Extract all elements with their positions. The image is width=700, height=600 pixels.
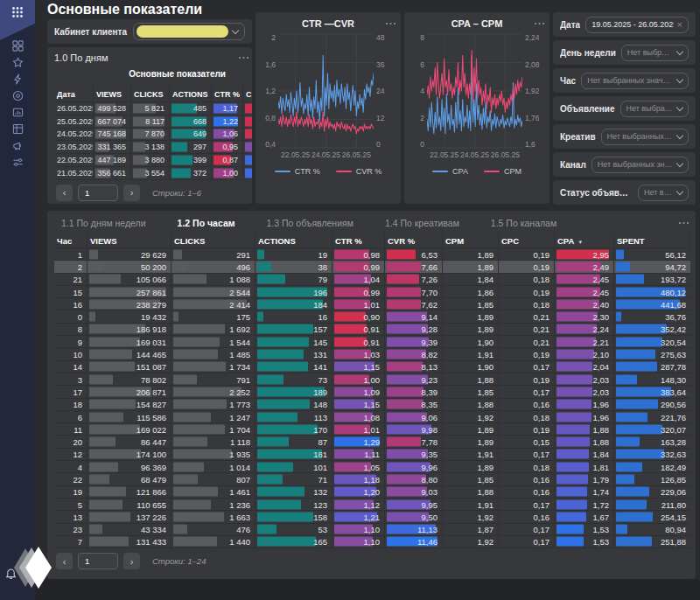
value-bar	[556, 487, 587, 497]
table-row[interactable]: 496 3691 0141011,059,961,890,181,81182,4…	[54, 461, 690, 473]
tab-1.5[interactable]: 1.5 По каналам	[491, 218, 556, 228]
table-row[interactable]: 2086 4471 118871,297,781,890,151,88163,2…	[54, 436, 690, 448]
cell-value: 2	[78, 262, 82, 271]
tab-1.3[interactable]: 1.3 По объявлениям	[267, 218, 354, 228]
column-header[interactable]: VIEWS	[94, 81, 131, 101]
column-header-views[interactable]: VIEWS	[88, 234, 172, 248]
table-row[interactable]: 8186 9181 6921570,919,281,890,212,24352,…	[54, 324, 690, 336]
column-header[interactable]: ACTIONS	[170, 81, 212, 101]
table-row[interactable]: 21.05.2025356 6613 5543721,00	[54, 167, 248, 180]
client-select-control[interactable]	[133, 23, 245, 40]
table-row[interactable]: 26.05.2025499 5285 8214851,17	[54, 102, 248, 115]
more-menu-icon[interactable]	[675, 219, 689, 227]
column-header-час[interactable]: Час	[54, 234, 88, 248]
legend-item[interactable]: CPM	[484, 167, 522, 176]
table-cell: 6,53	[385, 248, 443, 260]
table-row[interactable]: 18154 8271 7731481,158,351,880,161,96290…	[54, 399, 690, 411]
filter-control[interactable]: Нет выбранных значений	[581, 73, 689, 89]
table-cell: 4	[54, 461, 88, 472]
table-row[interactable]: 7131 4331 4401651,1011,461,920,171,53251…	[54, 536, 690, 548]
tab-1.2[interactable]: 1.2 По часам	[178, 218, 235, 228]
table-row[interactable]: 2268 479807711,188,801,850,161,79126,85	[54, 473, 690, 485]
prev-page-button[interactable]: ‹	[56, 185, 73, 201]
filter-control[interactable]: Нет выбранных значений	[620, 101, 690, 117]
table-cell: 12	[54, 449, 88, 460]
sidebar-chart-flag-icon[interactable]	[12, 107, 24, 118]
table-row[interactable]: 11169 0221 7041701,019,981,890,191,88320…	[54, 423, 690, 436]
table-row[interactable]: 16238 2792 4141841,017,621,850,182,40441…	[54, 298, 690, 310]
table-row[interactable]: 2343 334476531,1011,131,870,171,5380,94	[54, 524, 690, 536]
sidebar-flash-icon[interactable]	[12, 73, 24, 85]
column-header-cpm[interactable]: CPM	[443, 234, 499, 248]
column-header[interactable]: Дата	[54, 81, 94, 101]
column-header-actions[interactable]: ACTIONS	[256, 234, 332, 248]
legend-item[interactable]: CVR %	[336, 167, 382, 176]
column-header[interactable]: CTR %	[212, 81, 243, 101]
table-row[interactable]: 25.05.2025667 0748 1176681,22	[54, 115, 248, 129]
table-row[interactable]: 5110 6551 2361231,129,951,910,171,72211,…	[54, 499, 690, 511]
table-row[interactable]: 17206 8712 2521891,098,391,850,172,03383…	[54, 386, 690, 398]
sidebar-table-grid-icon[interactable]	[12, 123, 24, 135]
legend-item[interactable]: CTR %	[275, 167, 320, 176]
table-row[interactable]: 19121 8661 4611321,209,031,880,161,74229…	[54, 486, 690, 499]
table-cell: 1,91	[443, 499, 499, 510]
table-row[interactable]: 24.05.2025745 1687 8706491,06	[54, 129, 248, 142]
filter-control[interactable]: Нет выбранных значений	[621, 45, 689, 61]
table-row[interactable]: 129 629291190,986,531,890,192,9556,12	[54, 248, 690, 261]
filter-control[interactable]: 19.05.2025 - 26.05.2025×	[585, 17, 689, 33]
tab-1.1[interactable]: 1.1 По дням недели	[61, 218, 146, 228]
chevron-down-icon	[676, 103, 683, 110]
next-page-button[interactable]: ›	[123, 553, 140, 569]
clear-filter-icon[interactable]: ×	[677, 20, 682, 30]
column-header[interactable]: CLICKS	[131, 81, 170, 101]
sidebar-star-icon[interactable]	[12, 57, 24, 68]
column-header-cvr[interactable]: CVR %	[385, 234, 443, 248]
page-number-input[interactable]: 1	[78, 553, 118, 569]
cvr-chip	[245, 116, 252, 126]
cell-value: 73	[318, 374, 327, 384]
prev-page-button[interactable]: ‹	[56, 553, 73, 569]
table-row[interactable]: 6115 5861 2471131,089,061,920,181,96221,…	[54, 411, 690, 423]
filter-control[interactable]: Нет выбранных значений	[638, 185, 689, 201]
table-row[interactable]: 378 802791731,009,231,880,192,03148,30	[54, 373, 690, 386]
more-menu-icon[interactable]	[382, 19, 396, 28]
value-bar	[257, 374, 284, 384]
table-row[interactable]: 21105 0661 088791,047,261,840,182,45193,…	[54, 274, 690, 286]
sidebar-megaphone-icon[interactable]	[12, 140, 24, 151]
more-menu-icon[interactable]	[234, 53, 248, 62]
tab-1.4[interactable]: 1.4 По креативам	[385, 218, 459, 228]
table-row[interactable]: 14151 0871 7341411,158,131,900,172,04287…	[54, 361, 690, 373]
table-row[interactable]: 019 432175160,909,141,890,212,3036,76	[54, 310, 690, 323]
table-row[interactable]: 23.05.2025331 3653 1382970,95	[54, 141, 248, 154]
legend-item[interactable]: CPA	[432, 167, 468, 176]
table-cell: 287,78	[614, 361, 690, 373]
table-row[interactable]: 9169 0311 5441450,919,391,900,212,21320,…	[54, 336, 690, 348]
table-row[interactable]: 15257 8612 5441960,997,701,860,192,45480…	[54, 286, 690, 298]
next-page-button[interactable]: ›	[123, 185, 140, 201]
column-header[interactable]: C %	[243, 81, 252, 101]
column-header-ctr[interactable]: CTR %	[332, 234, 385, 248]
column-header-cpa[interactable]: CPA▼	[555, 234, 614, 248]
cell-value: 86 447	[141, 437, 166, 447]
table-row[interactable]: 22.05.2025447 1893 8803990,87	[54, 154, 248, 167]
table-cell	[243, 115, 252, 128]
filter-control[interactable]: Нет выбранных значений	[601, 129, 689, 145]
filter-control[interactable]: Нет выбранных значений	[592, 157, 689, 173]
cell-value: 9,39	[422, 337, 438, 346]
cell-value: 43 334	[141, 525, 166, 534]
page-number-input[interactable]: 1	[78, 185, 118, 201]
column-header-cpc[interactable]: CPC	[499, 234, 555, 248]
value-bar	[172, 168, 191, 178]
table-row[interactable]: 12174 1001 9351811,119,351,910,171,84332…	[54, 449, 690, 461]
more-menu-icon[interactable]	[530, 19, 544, 28]
bento-menu-icon[interactable]	[0, 0, 35, 40]
table-row[interactable]: 13137 2261 6631581,219,501,920,161,67254…	[54, 511, 690, 523]
table-row[interactable]: 10144 4651 4851311,038,821,910,192,10275…	[54, 348, 690, 360]
cell-value: 1,96	[593, 400, 610, 409]
table-row[interactable]: 250 200496380,997,661,890,192,4994,72	[54, 261, 690, 273]
column-header-clicks[interactable]: CLICKS	[172, 234, 256, 248]
sidebar-disc-icon[interactable]	[12, 90, 24, 101]
sidebar-sliders-icon[interactable]	[12, 157, 24, 168]
sidebar-widgets-icon[interactable]	[12, 40, 24, 52]
column-header-spent[interactable]: SPENT	[614, 234, 690, 248]
